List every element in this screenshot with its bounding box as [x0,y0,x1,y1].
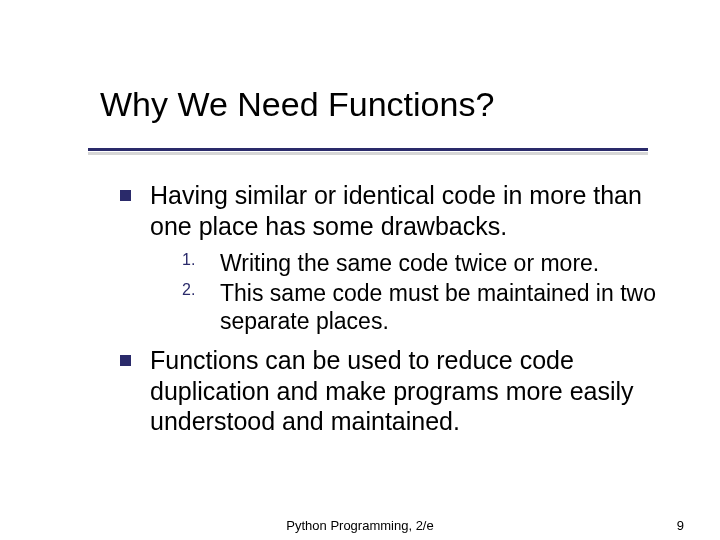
slide-title: Why We Need Functions? [100,85,720,124]
numbered-item: 1. Writing the same code twice or more. [182,249,680,277]
numbered-item: 2. This same code must be maintained in … [182,279,680,335]
title-wrap: Why We Need Functions? [0,0,720,124]
list-number: 2. [182,281,195,299]
page-number: 9 [677,518,684,533]
footer-text: Python Programming, 2/e [286,518,433,533]
slide: Why We Need Functions? Having similar or… [0,0,720,540]
title-underline [88,148,648,151]
numbered-text: This same code must be maintained in two… [220,279,680,335]
bullet-item: Having similar or identical code in more… [120,180,680,241]
square-bullet-icon [120,190,131,201]
numbered-text: Writing the same code twice or more. [220,249,680,277]
bullet-item: Functions can be used to reduce code dup… [120,345,680,437]
list-number: 1. [182,251,195,269]
bullet-text: Having similar or identical code in more… [150,180,680,241]
bullet-text: Functions can be used to reduce code dup… [150,345,680,437]
slide-body: Having similar or identical code in more… [120,180,680,445]
square-bullet-icon [120,355,131,366]
sub-list: 1. Writing the same code twice or more. … [120,249,680,335]
